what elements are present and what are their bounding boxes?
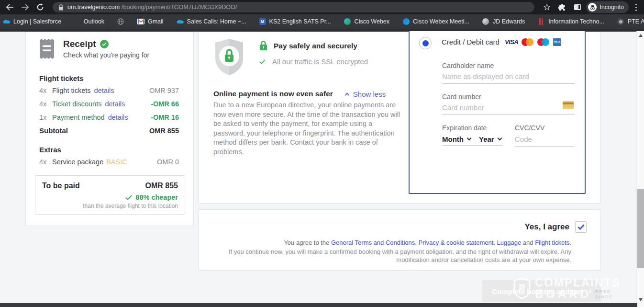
row-qty: 4x (39, 100, 52, 108)
bookmark-salesforce[interactable]: Login | Salesforce (3, 18, 61, 25)
extensions-puzzle-icon[interactable] (555, 1, 569, 13)
row-amount: OMR 937 (149, 87, 179, 94)
webex-icon (344, 18, 351, 25)
bookmark-label: KS2 English SATS Pr... (269, 18, 331, 25)
bookmark-label: Information Techno... (548, 18, 604, 25)
cardholder-label: Cardholder name (442, 62, 494, 69)
terms-link-flight-tickets[interactable]: Flight tickets (535, 239, 569, 246)
to-be-paid-box: To be paid OMR 855 88% cheaper than the … (35, 175, 185, 215)
row-label: Flight tickets (52, 87, 91, 94)
card-number-input[interactable] (442, 103, 575, 115)
bookmark-ks2[interactable]: M KS2 English SATS Pr... (259, 18, 331, 25)
agree-checkbox[interactable] (575, 221, 587, 233)
scrollbar-thumb[interactable] (637, 189, 644, 268)
side-panel-icon[interactable] (571, 1, 584, 13)
address-bar[interactable]: om.travelgenio.com/booking/payment/TGOM7… (53, 2, 534, 12)
show-less-link[interactable]: Show less (345, 90, 386, 98)
receipt-card: Receipt Check what you're paying for Fli… (25, 32, 194, 226)
bookmark-globe[interactable] (117, 18, 124, 25)
visa-logo-icon: VISA (505, 38, 518, 45)
mastercard-logo-icon (522, 38, 534, 46)
expiration-label: Expiration date (442, 124, 487, 132)
details-link[interactable]: details (108, 114, 128, 121)
receipt-row-ticket-discounts: 4x Ticket discounts details -OMR 66 (39, 100, 179, 108)
bookmark-star-icon[interactable] (540, 1, 554, 13)
receipt-row-payment-method: 1x Payment method details -OMR 16 (39, 114, 179, 121)
directive-paragraph: Due to a new European directive, your on… (213, 101, 404, 157)
bookmark-outlook[interactable]: Outlook (74, 18, 104, 25)
to-be-paid-label: To be paid (42, 182, 80, 190)
bookmark-cisco-webex-meetings[interactable]: Cisco Webex Meeti... (402, 18, 469, 25)
month-select[interactable]: Month (442, 135, 471, 143)
back-icon[interactable] (3, 1, 16, 13)
receipt-subtitle: Check what you're paying for (63, 51, 149, 59)
bookmark-label: JD Edwards (493, 18, 525, 25)
terms-sep: , (415, 239, 418, 246)
to-be-paid-amount: OMR 855 (145, 182, 178, 190)
forward-icon[interactable] (18, 1, 32, 13)
url-domain: om.travelgenio.com (67, 4, 120, 11)
blue-m-square-icon: M (259, 18, 266, 25)
credit-card-radio[interactable] (419, 37, 432, 49)
bookmark-label: Outlook (84, 18, 104, 25)
scroll-down-icon[interactable] (639, 298, 643, 301)
bookmark-gmail[interactable]: Gmail (137, 18, 164, 25)
details-link[interactable]: details (94, 87, 114, 94)
red-mark-icon (539, 18, 544, 25)
bookmark-jd-edwards[interactable]: JD Edwards (482, 18, 525, 25)
show-less-label: Show less (353, 90, 386, 98)
row-amount: -OMR 16 (151, 114, 179, 121)
year-select[interactable]: Year (479, 135, 501, 143)
bookmark-sales-calls[interactable]: Sales Calls: Home ~... (177, 18, 246, 25)
url-path: /booking/payment/TGOM7IJZMGGX9DOO/ (122, 4, 237, 11)
ssl-lock-icon (58, 4, 64, 11)
bookmark-information-technology[interactable]: Information Techno... (538, 18, 604, 25)
dark-circle-icon (617, 18, 624, 25)
card-number-label: Card number (442, 93, 481, 101)
chevron-down-icon (467, 136, 472, 141)
extras-heading: Extras (39, 146, 179, 154)
bookmark-label: Cisco Webex (355, 18, 389, 25)
subtotal-amount: OMR 855 (149, 127, 179, 135)
flight-tickets-heading: Flight tickets (39, 74, 179, 82)
terms-link-luggage[interactable]: Luggage (497, 239, 522, 246)
terms-prefix: You agree to the (284, 239, 331, 246)
incognito-badge: Incognito (586, 1, 629, 13)
row-label: Ticket discounts (52, 100, 101, 108)
cardholder-input[interactable] (442, 72, 575, 84)
booking-obligation-note: If you continue now, you will make a con… (211, 248, 571, 264)
gmail-icon (137, 18, 144, 25)
subtotal-label: Subtotal (39, 126, 68, 135)
scroll-up-icon[interactable] (639, 34, 643, 37)
cvc-input[interactable] (515, 135, 575, 147)
bookmark-label: Gmail (148, 18, 164, 25)
incognito-label: Incognito (600, 4, 624, 11)
details-link[interactable]: details (105, 100, 125, 108)
row-qty: 4x (39, 158, 52, 166)
safer-title: Online payment is now even safer (213, 90, 333, 98)
salesforce-cloud-icon (3, 18, 10, 25)
terms-link-general[interactable]: General Terms and Conditions (331, 239, 415, 246)
salesforce-cloud-icon (177, 18, 184, 25)
page-scrollbar[interactable] (636, 31, 644, 307)
browser-topbar: om.travelgenio.com/booking/payment/TGOM7… (0, 0, 644, 14)
row-qty: 4x (39, 87, 52, 94)
bookmark-cisco-webex[interactable]: Cisco Webex (344, 18, 389, 25)
reload-icon[interactable] (33, 1, 47, 13)
bottom-window-strip (0, 303, 637, 307)
chrome-menu-icon[interactable] (631, 4, 641, 11)
complete-booking-label: Complete booking and pay (492, 287, 584, 296)
basic-badge: BASIC (106, 158, 127, 166)
globe-icon (117, 18, 124, 25)
page-content: Receipt Check what you're paying for Fli… (0, 29, 644, 307)
terms-line: You agree to the General Terms and Condi… (284, 239, 571, 246)
webex-meetings-icon (403, 18, 410, 25)
bookmark-pte-apeuni[interactable]: PTE APEUni - Best P... (617, 18, 644, 25)
credit-card-form: Credit / Debit card VISA AM EX Cardholde… (409, 31, 586, 194)
payment-panel: Pay safely and securely All our traffic … (199, 32, 600, 204)
cheaper-note: than the average flight to this location (42, 203, 178, 209)
terms-link-privacy[interactable]: Privacy & cookie statement (419, 239, 494, 246)
complete-booking-button[interactable]: Complete booking and pay › (482, 280, 601, 302)
pay-safely-title: Pay safely and securely (274, 42, 357, 50)
receipt-icon (38, 39, 56, 59)
